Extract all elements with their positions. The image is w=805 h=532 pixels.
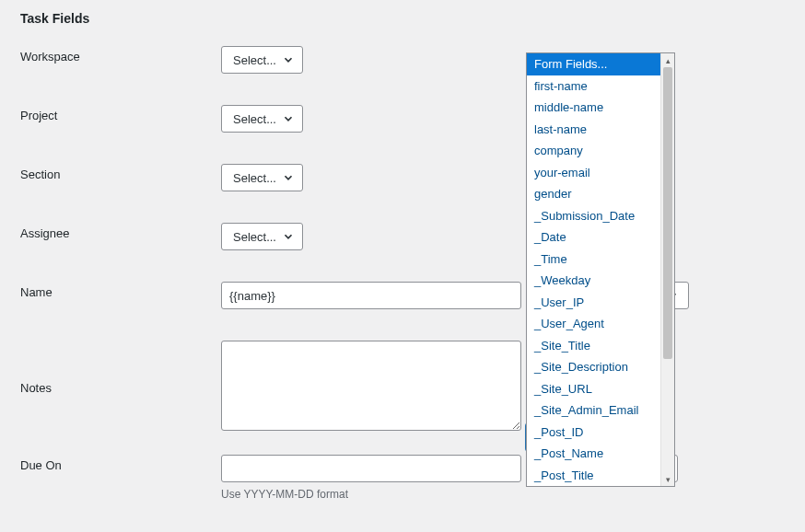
scroll-thumb[interactable] bbox=[663, 67, 672, 359]
dropdown-item[interactable]: _Site_Title bbox=[527, 335, 660, 357]
dueon-label: Due On bbox=[20, 455, 221, 472]
dropdown-item[interactable]: _User_Agent bbox=[527, 313, 660, 335]
workspace-select[interactable]: Select... bbox=[221, 46, 303, 74]
form-area: Workspace Select... Project Select... Se… bbox=[0, 26, 805, 501]
chevron-down-icon bbox=[282, 171, 295, 184]
dropdown-header[interactable]: Form Fields... bbox=[527, 53, 660, 75]
dropdown-item[interactable]: _Submission_Date bbox=[527, 205, 660, 227]
project-label: Project bbox=[20, 105, 221, 122]
name-label: Name bbox=[20, 282, 221, 299]
dropdown-item[interactable]: middle-name bbox=[527, 97, 660, 119]
dropdown-item[interactable]: _Date bbox=[527, 226, 660, 249]
dropdown-item[interactable]: _Site_Admin_Email bbox=[527, 399, 660, 422]
dueon-input[interactable] bbox=[221, 455, 521, 482]
dropdown-item[interactable]: gender bbox=[527, 183, 660, 205]
dropdown-item[interactable]: first-name bbox=[527, 75, 660, 98]
name-input[interactable] bbox=[221, 282, 521, 309]
assignee-select[interactable]: Select... bbox=[221, 223, 303, 250]
chevron-down-icon bbox=[282, 112, 295, 125]
assignee-label: Assignee bbox=[20, 223, 221, 240]
section-title: Task Fields bbox=[0, 0, 805, 26]
section-select[interactable]: Select... bbox=[221, 164, 303, 191]
assignee-select-text: Select... bbox=[233, 230, 276, 244]
scroll-track[interactable] bbox=[661, 67, 674, 472]
dropdown-item[interactable]: last-name bbox=[527, 119, 660, 141]
dropdown-item[interactable]: company bbox=[527, 140, 660, 162]
notes-label: Notes bbox=[20, 377, 221, 395]
scroll-down-arrow[interactable]: ▾ bbox=[661, 472, 674, 486]
project-select-text: Select... bbox=[233, 112, 276, 126]
dropdown-item[interactable]: _Post_Name bbox=[527, 443, 660, 465]
dropdown-item[interactable]: _Weekday bbox=[527, 270, 660, 292]
dropdown-item[interactable]: _User_IP bbox=[527, 292, 660, 314]
dropdown-item[interactable]: your-email bbox=[527, 162, 660, 184]
dropdown-item[interactable]: _Post_Title bbox=[527, 465, 660, 487]
dropdown-item[interactable]: _Time bbox=[527, 249, 660, 271]
dueon-helper: Use YYYY-MM-DD format bbox=[221, 488, 785, 501]
workspace-select-text: Select... bbox=[233, 53, 276, 67]
chevron-down-icon bbox=[282, 53, 295, 66]
project-select[interactable]: Select... bbox=[221, 105, 303, 133]
section-label: Section bbox=[20, 164, 221, 181]
scroll-up-arrow[interactable]: ▴ bbox=[661, 53, 674, 67]
dropdown-item[interactable]: _Post_ID bbox=[527, 422, 660, 444]
dropdown-item[interactable]: _Site_Description bbox=[527, 356, 660, 378]
workspace-label: Workspace bbox=[20, 46, 221, 64]
section-select-text: Select... bbox=[233, 171, 276, 185]
notes-textarea[interactable] bbox=[221, 341, 521, 431]
scrollbar[interactable]: ▴ ▾ bbox=[660, 53, 674, 486]
dropdown-item[interactable]: _Site_URL bbox=[527, 378, 660, 400]
dropdown-list: Form Fields... first-name middle-name la… bbox=[527, 53, 660, 486]
chevron-down-icon bbox=[282, 230, 295, 243]
formfields-dropdown: Form Fields... first-name middle-name la… bbox=[526, 52, 675, 487]
